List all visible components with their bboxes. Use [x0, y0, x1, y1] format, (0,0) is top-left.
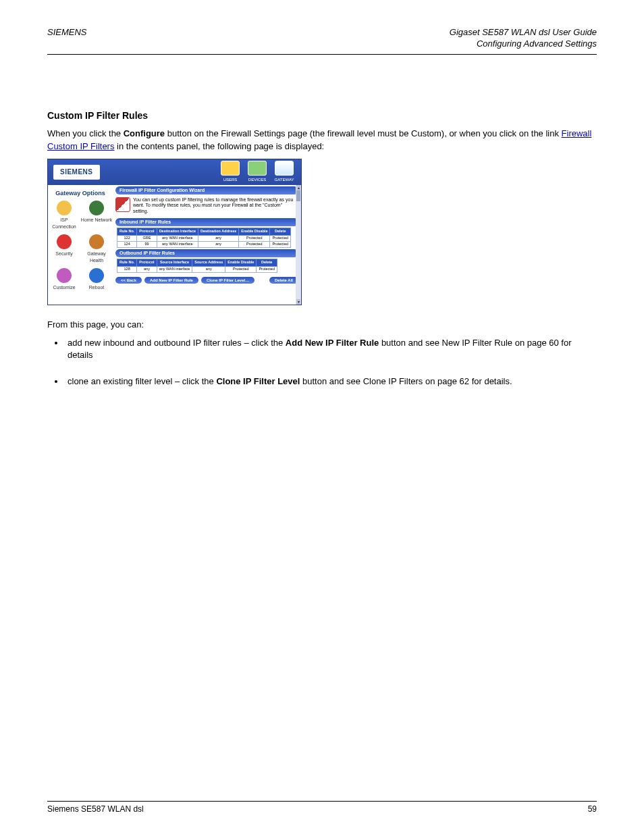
sidebar-icon [57, 234, 72, 249]
scroll-down-icon[interactable]: ▾ [296, 299, 300, 305]
ss-band-inbound: Inbound IP Filter Rules [115, 218, 298, 226]
ss-scrollbar[interactable]: ▴ ▾ [296, 185, 301, 305]
table-header: Rule No. [117, 259, 137, 266]
sidebar-icon [57, 268, 72, 283]
table-header: Destination Interface [157, 228, 198, 235]
footer-left: Siemens SE587 WLAN dsl [47, 804, 144, 814]
scroll-up-icon[interactable]: ▴ [296, 185, 300, 190]
sidebar-item[interactable]: Home Network [80, 201, 113, 230]
ss-outbound-table: Rule No.ProtocolSource InterfaceSource A… [117, 259, 277, 273]
list-item: add new inbound and outbound IP filter r… [65, 337, 597, 363]
sidebar-label: Customize [48, 284, 80, 291]
ss-topbar: SIEMENS USERS DEVICES GATEWAY [48, 159, 301, 185]
ss-back-button[interactable]: << Back [115, 277, 142, 284]
ss-tab-users[interactable]: USERS [219, 161, 242, 183]
sidebar-item[interactable]: Reboot [80, 268, 113, 291]
ss-tab-devices[interactable]: DEVICES [246, 161, 269, 183]
page-header: SIEMENS Gigaset SE587 WLAN dsl User Guid… [47, 27, 597, 50]
sidebar-label: Gateway Health [80, 251, 113, 264]
ss-add-button[interactable]: Add New IP Filter Rule [144, 277, 198, 284]
table-row: 128anyany WAN interfaceanyProtectedProte… [117, 266, 277, 272]
ss-main: Firewall IP Filter Configuration Wizard … [113, 185, 301, 305]
table-row: 12499any WAN interfaceanyProtectedProtec… [117, 241, 291, 247]
ss-tabs: USERS DEVICES GATEWAY [219, 161, 296, 183]
ss-inbound-table: Rule No.ProtocolDestination InterfaceDes… [117, 228, 291, 248]
header-right: Gigaset SE587 WLAN dsl User Guide Config… [450, 27, 597, 50]
sidebar-label: ISP Connection [48, 217, 80, 230]
ss-sidebar: Gateway Options ISP ConnectionHome Netwo… [48, 185, 113, 305]
page-footer: Siemens SE587 WLAN dsl 59 [47, 801, 597, 814]
footer-rule [47, 801, 597, 802]
sidebar-item[interactable]: Customize [48, 268, 80, 291]
lead-text: From this page, you can: [47, 319, 597, 332]
gateway-icon [275, 161, 294, 176]
section-heading: Custom IP Filter Rules [47, 109, 597, 122]
sidebar-label: Home Network [80, 217, 113, 224]
ss-band-wizard: Firewall IP Filter Configuration Wizard [115, 186, 298, 194]
header-rule [47, 54, 597, 55]
sidebar-item[interactable]: Security [48, 234, 80, 264]
table-header: Delete [270, 228, 291, 235]
table-header: Protocol [137, 228, 157, 235]
new-ip-filter-rule-link: New IP Filter Rule [442, 338, 513, 348]
screenshot: SIEMENS USERS DEVICES GATEWAY [47, 159, 302, 305]
firewall-icon [115, 197, 130, 212]
table-header: Enable Disable [225, 259, 257, 266]
table-header: Destination Address [198, 228, 239, 235]
header-right-line2: Configuring Advanced Settings [450, 38, 597, 50]
intro-paragraph: When you click the Configure button on t… [47, 128, 597, 153]
table-header: Source Address [192, 259, 225, 266]
bullet-list: add new inbound and outbound IP filter r… [65, 337, 597, 389]
sidebar-icon [57, 201, 72, 215]
header-right-line1: Gigaset SE587 WLAN dsl User Guide [450, 27, 597, 38]
footer-page-number: 59 [588, 804, 597, 814]
ss-band-outbound: Outbound IP Filter Rules [115, 249, 298, 257]
table-header: Delete [257, 259, 277, 266]
sidebar-label: Security [48, 251, 80, 257]
table-header: Enable Disable [239, 228, 270, 235]
table-header: Protocol [137, 259, 157, 266]
list-item: clone an existing filter level – click t… [65, 375, 597, 388]
ss-delete-all-button[interactable]: Delete All [269, 277, 298, 284]
ss-button-row: << Back Add New IP Filter Rule Clone IP … [113, 274, 301, 287]
devices-icon [248, 161, 267, 176]
sidebar-icon [89, 268, 104, 283]
table-row: 122GREany WAN interfaceanyProtectedProte… [117, 235, 291, 241]
sidebar-icon [89, 201, 104, 215]
ss-clone-button[interactable]: Clone IP Filter Level… [201, 277, 254, 284]
ss-sidebar-title: Gateway Options [48, 189, 113, 198]
ss-tab-gateway[interactable]: GATEWAY [273, 161, 296, 183]
scroll-thumb[interactable] [296, 190, 300, 201]
sidebar-label: Reboot [80, 284, 113, 291]
users-icon [221, 161, 240, 176]
header-left: SIEMENS [47, 27, 87, 50]
table-header: Source Interface [157, 259, 192, 266]
sidebar-item[interactable]: Gateway Health [80, 234, 113, 264]
table-header: Rule No. [117, 228, 137, 235]
sidebar-item[interactable]: ISP Connection [48, 201, 80, 230]
sidebar-icon [89, 234, 104, 249]
clone-ip-filters-link: Clone IP Filters [363, 376, 423, 386]
ss-logo: SIEMENS [53, 165, 100, 180]
ss-desc: You can set up custom IP filtering rules… [113, 196, 301, 217]
